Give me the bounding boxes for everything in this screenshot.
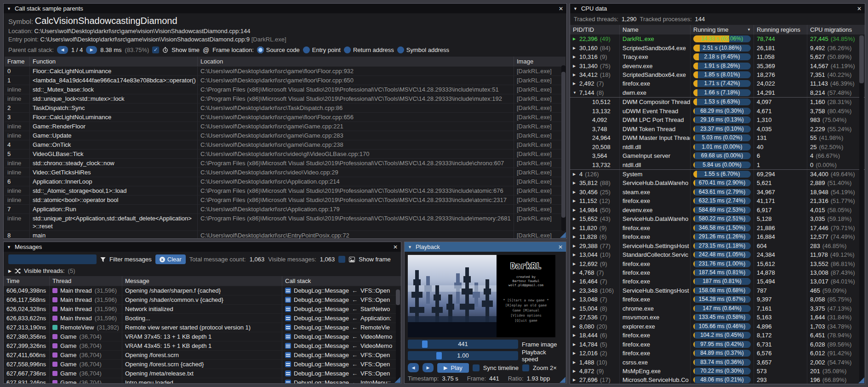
scrollbar-thumb[interactable] <box>561 72 565 218</box>
cpu-process-row[interactable]: 13,132 uDWM Event Thread 68.29 ms (0.30%… <box>570 107 865 116</box>
expand-icon[interactable]: ▶ <box>573 315 577 319</box>
scrollbar-thumb[interactable] <box>859 35 864 83</box>
show-frame-checkbox[interactable] <box>338 256 345 263</box>
expand-icon[interactable]: ▼ <box>573 91 577 95</box>
collapse-icon[interactable]: ▼ <box>7 6 11 11</box>
cpu-scrollbar[interactable] <box>859 35 864 382</box>
callstack-list-icon[interactable] <box>285 380 291 383</box>
cpu-process-row[interactable]: ▶ 1,488 (10) csrss.exe 83.74 ms (0.36%) … <box>570 358 865 366</box>
cpu-process-row[interactable]: ▶ 14,984 (50) devenv.exe 584.69 ms (2.53… <box>570 206 865 214</box>
cpu-process-row[interactable]: ▶ 31,340 (75) devenv.exe 1.91 s (8.26%) … <box>570 61 865 70</box>
callstack-list-icon[interactable] <box>285 370 291 376</box>
message-row[interactable]: 627,667,736ns Game (36,704) Opening /met… <box>4 369 401 378</box>
callstack-row[interactable]: 4 Game::OnTick C:\Users\wolf\Desktop\dar… <box>5 140 565 149</box>
message-row[interactable]: 627,831,246ns Game (36,704) Intro menu l… <box>4 378 401 383</box>
prev-parent-button[interactable]: ◀ <box>57 46 68 54</box>
visible-threads-row[interactable]: ▶ Visible threads: (5) <box>4 266 401 276</box>
cpu-process-row[interactable]: ▶ 23,348 (106) ServiceHub.SettingsHost 1… <box>570 286 865 295</box>
cpu-process-row[interactable]: 3,748 DWM Token Thread 23.37 ms (0.10%) … <box>570 125 865 133</box>
expand-icon[interactable]: ▶ <box>573 46 577 50</box>
cpu-process-row[interactable]: ▶ 30,456 (25) steam.exe 643.61 ms (2.79%… <box>570 188 865 196</box>
column-header-message[interactable]: Message <box>122 276 282 286</box>
callstack-row[interactable]: 1 <lambda_84a19dc444fae966ca174e83e708bd… <box>5 75 565 85</box>
next-parent-button[interactable]: ▶ <box>86 46 97 54</box>
column-header-frame[interactable]: Frame <box>5 57 30 66</box>
cpu-process-row[interactable]: 20,508 ntdll.dll 1.01 ms (0.00%) 40 25 (… <box>570 142 865 151</box>
cpu-process-row[interactable]: ▶ 13,048 (7) firefox.exe 154.28 ms (0.67… <box>570 295 865 304</box>
cpu-process-row[interactable]: ▶ 14,784 (5) firefox.exe 97.95 ms (0.42%… <box>570 340 865 348</box>
cpu-process-row[interactable]: 4,092 DWM LPC Port Thread 29.16 ms (0.13… <box>570 116 865 124</box>
expand-icon[interactable]: ▶ <box>573 217 577 221</box>
cpu-process-row[interactable]: 24,964 DWM Master Input Thread 5.03 ms (… <box>570 133 865 142</box>
callstack-list-icon[interactable] <box>285 343 291 349</box>
message-row[interactable]: 627,380,356ns Game (36,704) VRAM 37x45: … <box>4 332 401 341</box>
cpu-process-row[interactable]: ▶ 30,160 (84) ScriptedSandbox64.exe 2.51… <box>570 43 865 52</box>
callstack-row[interactable]: 3 Floor::CalcLightNoLuminance C:\Users\w… <box>5 112 565 121</box>
callstack-list-icon[interactable] <box>285 361 291 367</box>
callstack-list-icon[interactable] <box>285 315 291 321</box>
expand-icon[interactable]: ▶ <box>573 324 577 329</box>
expand-icon[interactable]: ▶ <box>573 181 577 185</box>
expand-icon[interactable]: ▶ <box>573 262 577 266</box>
cpu-process-row[interactable]: ▶ 15,004 (8) chrome.exe 147 ms (0.64%) 7… <box>570 304 865 313</box>
callstack-scrollbar[interactable] <box>561 65 565 231</box>
cpu-process-row[interactable]: ▶ 12,692 (9) firefox.exe 231.76 ms (1.00… <box>570 259 865 268</box>
message-row[interactable]: 627,399,326ns Game (36,704) VRAM 43x45: … <box>4 341 401 350</box>
expand-icon[interactable]: ▶ <box>573 172 577 176</box>
cpu-process-row[interactable]: ▶ 16,464 (7) firefox.exe 187 ms (0.81%) … <box>570 277 865 286</box>
radio-return-address[interactable]: Return address <box>344 46 394 53</box>
message-row[interactable]: 626,024,328ns Main thread (31,596) Netwo… <box>4 304 401 313</box>
cpu-process-row[interactable]: ▼ 7,144 (8) dwm.exe 1.66 s (7.18%) 14,29… <box>570 88 865 97</box>
expand-icon[interactable]: ▶ <box>573 289 577 293</box>
collapse-icon[interactable]: ▼ <box>7 245 11 249</box>
cpu-process-row[interactable]: ▶ 18,444 (6) firefox.exe 104.2 ms (0.45%… <box>570 331 865 340</box>
callstack-row[interactable]: inline std::_Mutex_base::lock C:\Program… <box>5 85 565 94</box>
message-row[interactable]: 627,411,606ns Game (36,704) Opening /for… <box>4 350 401 359</box>
expand-icon[interactable]: ▶ <box>573 297 577 301</box>
message-row[interactable]: 606,049,398ns Main thread (31,596) Openi… <box>4 286 401 295</box>
expand-icon[interactable]: ▶ <box>573 64 577 68</box>
cpu-process-row[interactable]: ▶ 10,316 (9) Tracy.exe 2.18 s (9.45%) 11… <box>570 52 865 61</box>
cpu-process-row[interactable]: ▶ 15,652 (43) ServiceHub.DataWareho 580.… <box>570 214 865 223</box>
close-icon[interactable]: ✕ <box>857 6 862 12</box>
cpu-process-row[interactable]: ▶ 4 (126) System 1.55 s (6.70%) 69,294 3… <box>570 169 865 179</box>
expand-icon[interactable]: ▶ <box>573 208 577 212</box>
cpu-process-row[interactable]: ▶ 4,768 (7) firefox.exe 187.54 ms (0.81%… <box>570 268 865 277</box>
column-header-running-regions[interactable]: Running regions <box>754 25 807 35</box>
expand-icon[interactable]: ▶ <box>573 73 577 77</box>
cpu-process-row[interactable]: ▶ 22,396 (49) DarkRL.exe 14.33 s (62.06%… <box>570 35 865 43</box>
radio-source-code[interactable]: Source code <box>257 46 300 53</box>
play-button[interactable]: ▶ Play <box>437 363 469 373</box>
expand-icon[interactable]: ▶ <box>573 81 577 86</box>
expand-icon[interactable]: ▶ <box>573 306 577 311</box>
radio-symbol-address[interactable]: Symbol address <box>397 46 449 53</box>
expand-icon[interactable]: ▶ <box>573 199 577 203</box>
column-header-image[interactable]: Image <box>514 57 565 66</box>
callstack-row[interactable]: 7 Application::Run C:\Users\wolf\Desktop… <box>5 204 565 214</box>
resize-grip[interactable] <box>394 377 400 383</box>
callstack-row[interactable]: inline std::_Atomic_storage<bool,1>::loa… <box>5 186 565 195</box>
column-header-thread[interactable]: Thread <box>50 276 122 286</box>
column-header-location[interactable]: Location <box>198 57 514 66</box>
message-row[interactable]: 627,313,190ns RemoteView (31,392) Remote… <box>4 323 401 332</box>
cpu-process-row[interactable]: 3,564 GameInput server 69.68 us (0.00%) … <box>570 151 865 160</box>
expand-icon[interactable]: ▶ <box>573 369 577 373</box>
resize-grip[interactable] <box>560 377 565 383</box>
show-time-checkbox[interactable]: ✓ <box>152 46 159 53</box>
clear-button[interactable]: x Clear <box>155 254 186 264</box>
expand-icon[interactable]: ▶ <box>573 190 577 194</box>
step-back-button[interactable]: ◀ <box>408 363 419 372</box>
callstack-list-icon[interactable] <box>285 352 291 358</box>
expand-icon[interactable]: ▶ <box>573 37 577 41</box>
cpu-process-row[interactable]: ▶ 2,492 (7) firefox.exe 1.71 s (7.42%) 2… <box>570 79 865 88</box>
expand-icon[interactable]: ▶ <box>573 378 577 382</box>
cpu-process-row[interactable]: ▶ 27,696 (17) Microsoft.ServiceHub.Co 48… <box>570 375 865 384</box>
cpu-process-row[interactable]: ▶ 34,412 (18) ScriptedSandbox64.exe 1.85… <box>570 70 865 79</box>
frame-image-slider[interactable]: 441 <box>408 340 518 349</box>
scrollbar-thumb[interactable] <box>396 289 400 305</box>
expand-icon[interactable]: ▶ <box>573 253 577 257</box>
callstack-row[interactable]: 5 VideoGLBase::Tick C:\Users\wolf\Deskto… <box>5 149 565 158</box>
step-forward-button[interactable]: ▶ <box>423 363 434 372</box>
callstack-list-icon[interactable] <box>285 306 291 312</box>
close-icon[interactable]: ✕ <box>559 6 563 12</box>
